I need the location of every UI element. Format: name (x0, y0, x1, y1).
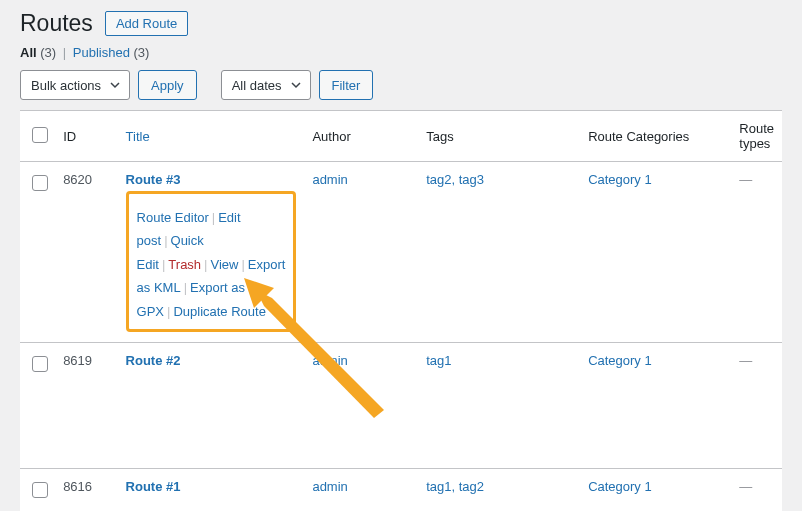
status-filters: All (3) | Published (3) (20, 45, 782, 60)
row-title-link[interactable]: Route #2 (126, 353, 181, 368)
cell-tags[interactable]: tag1, tag2 (426, 479, 484, 494)
filter-all-count: (3) (40, 45, 56, 60)
row-title-link[interactable]: Route #3 (126, 172, 181, 187)
col-title[interactable]: Title (118, 111, 305, 162)
table-row: 8616 Route #1 admin tag1, tag2 Category … (20, 468, 782, 511)
cell-author[interactable]: admin (312, 479, 347, 494)
cell-tags[interactable]: tag1 (426, 353, 451, 368)
action-trash[interactable]: Trash (168, 257, 201, 272)
table-row: 8620 Route #3 Route Editor|Edit post|Qui… (20, 162, 782, 343)
col-route-categories[interactable]: Route Categories (580, 111, 731, 162)
row-actions-highlight: Route Editor|Edit post|Quick Edit|Trash|… (126, 191, 297, 332)
cell-types: — (739, 353, 752, 368)
bulk-actions-label: Bulk actions (31, 78, 101, 93)
col-route-types[interactable]: Route types (731, 111, 782, 162)
row-checkbox[interactable] (32, 482, 48, 498)
filter-button[interactable]: Filter (319, 70, 374, 100)
col-id[interactable]: ID (55, 111, 117, 162)
row-title-link[interactable]: Route #1 (126, 479, 181, 494)
apply-button[interactable]: Apply (138, 70, 197, 100)
chevron-down-icon (290, 79, 302, 91)
select-all-checkbox[interactable] (32, 127, 48, 143)
action-duplicate-route[interactable]: Duplicate Route (173, 304, 266, 319)
cell-categories[interactable]: Category 1 (588, 353, 652, 368)
cell-types: — (739, 172, 752, 187)
filter-separator: | (63, 45, 66, 60)
cell-id: 8616 (55, 468, 117, 511)
row-checkbox[interactable] (32, 356, 48, 372)
chevron-down-icon (109, 79, 121, 91)
row-checkbox[interactable] (32, 175, 48, 191)
date-filter-select[interactable]: All dates (221, 70, 311, 100)
table-row: 8619 Route #2 admin tag1 Category 1 — (20, 342, 782, 468)
action-view[interactable]: View (210, 257, 238, 272)
cell-author[interactable]: admin (312, 172, 347, 187)
cell-tags[interactable]: tag2, tag3 (426, 172, 484, 187)
row-actions: Route Editor|Edit post|Quick Edit|Trash|… (137, 206, 286, 323)
cell-categories[interactable]: Category 1 (588, 172, 652, 187)
page-title: Routes (20, 10, 93, 37)
add-route-button[interactable]: Add Route (105, 11, 188, 36)
filter-published-count: (3) (134, 45, 150, 60)
cell-author[interactable]: admin (312, 353, 347, 368)
bulk-actions-select[interactable]: Bulk actions (20, 70, 130, 100)
action-route-editor[interactable]: Route Editor (137, 210, 209, 225)
col-author[interactable]: Author (304, 111, 418, 162)
filter-all[interactable]: All (20, 45, 37, 60)
filter-published[interactable]: Published (73, 45, 130, 60)
col-tags[interactable]: Tags (418, 111, 580, 162)
cell-categories[interactable]: Category 1 (588, 479, 652, 494)
date-filter-label: All dates (232, 78, 282, 93)
cell-id: 8619 (55, 342, 117, 468)
cell-id: 8620 (55, 162, 117, 343)
cell-types: — (739, 479, 752, 494)
